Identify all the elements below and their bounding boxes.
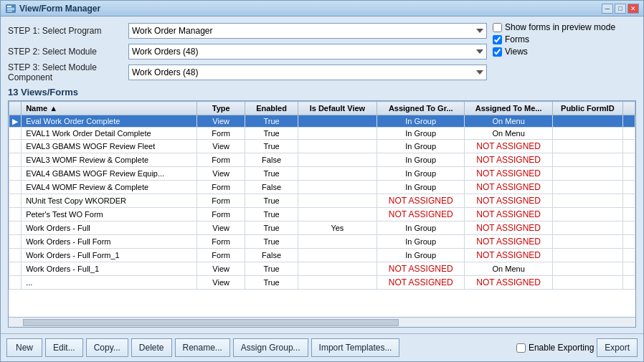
- row-form-id: [552, 262, 622, 276]
- row-default-view: [298, 115, 377, 128]
- step2-row: STEP 2: Select Module Work Orders (48): [8, 43, 487, 60]
- close-button[interactable]: ✕: [628, 4, 639, 14]
- row-form-id: [552, 235, 622, 249]
- row-enabled: True: [245, 208, 298, 222]
- step2-select[interactable]: Work Orders (48): [128, 44, 487, 59]
- main-window: View/Form Manager ─ □ ✕ STEP 1: Select P…: [0, 0, 644, 362]
- row-arrow-cell: [9, 194, 22, 208]
- step3-select[interactable]: Work Orders (48): [128, 65, 487, 80]
- content-area: STEP 1: Select Program Work Order Manage…: [1, 16, 643, 333]
- row-assigned-group: NOT ASSIGNED: [377, 262, 464, 276]
- row-spacer: [622, 235, 635, 249]
- row-name: EVAL1 Work Order Detail Complete: [22, 128, 197, 140]
- row-name: Peter's Test WO Form: [22, 208, 197, 222]
- row-assigned-group: In Group: [377, 181, 464, 194]
- row-spacer: [622, 153, 635, 167]
- bottom-toolbar: New Edit... Copy... Delete Rename... Ass…: [1, 333, 643, 361]
- row-arrow-cell: [9, 222, 22, 235]
- show-forms-preview-checkbox[interactable]: [493, 23, 502, 32]
- enable-exporting-row: Enable Exporting: [516, 343, 594, 353]
- right-options: Show forms in preview mode Forms Views: [493, 22, 636, 57]
- row-type: Form: [197, 128, 245, 140]
- col-header-type[interactable]: Type: [197, 102, 245, 115]
- show-forms-preview-label: Show forms in preview mode: [505, 22, 615, 32]
- views-label: Views: [505, 47, 528, 57]
- table-row[interactable]: ▶Eval Work Order CompleteViewTrueIn Grou…: [9, 115, 635, 128]
- table-row[interactable]: Work Orders - Full FormFormTrueIn GroupN…: [9, 235, 635, 249]
- row-form-id: [552, 249, 622, 262]
- title-bar: View/Form Manager ─ □ ✕: [1, 1, 643, 16]
- delete-button[interactable]: Delete: [131, 338, 172, 357]
- row-form-id: [552, 167, 622, 181]
- row-enabled: True: [245, 235, 298, 249]
- row-name: EVAL3 WOMF Review & Complete: [22, 153, 197, 167]
- views-checkbox[interactable]: [493, 47, 502, 57]
- row-type: Form: [197, 153, 245, 167]
- row-enabled: False: [245, 249, 298, 262]
- step1-row: STEP 1: Select Program Work Order Manage…: [8, 22, 487, 39]
- row-default-view: [298, 235, 377, 249]
- col-header-name[interactable]: Name ▲: [22, 102, 197, 115]
- row-assigned-menu: On Menu: [465, 262, 552, 276]
- table-row[interactable]: EVAL4 GBAMS WOGF Review Equip...ViewTrue…: [9, 167, 635, 181]
- row-enabled: True: [245, 140, 298, 153]
- row-assigned-group: In Group: [377, 140, 464, 153]
- table-row[interactable]: EVAL3 WOMF Review & CompleteFormFalseIn …: [9, 153, 635, 167]
- row-default-view: [298, 181, 377, 194]
- forms-checkbox-row: Forms: [493, 34, 636, 44]
- copy-button[interactable]: Copy...: [86, 338, 128, 357]
- row-assigned-group: In Group: [377, 115, 464, 128]
- row-name: Work Orders - Full: [22, 222, 197, 235]
- maximize-button[interactable]: □: [615, 4, 626, 14]
- table-row[interactable]: EVAL4 WOMF Review & CompleteFormFalseIn …: [9, 181, 635, 194]
- row-assigned-menu: NOT ASSIGNED: [465, 276, 552, 290]
- horizontal-scrollbar[interactable]: [9, 317, 635, 327]
- row-assigned-group: In Group: [377, 167, 464, 181]
- svg-rect-4: [7, 11, 12, 11]
- row-spacer: [622, 249, 635, 262]
- row-form-id: [552, 276, 622, 290]
- forms-checkbox[interactable]: [493, 35, 502, 44]
- new-button[interactable]: New: [6, 338, 42, 357]
- row-name: EVAL4 WOMF Review & Complete: [22, 181, 197, 194]
- row-assigned-group: In Group: [377, 153, 464, 167]
- table-row[interactable]: EVAL3 GBAMS WOGF Review FleetViewTrueIn …: [9, 140, 635, 153]
- col-header-group[interactable]: Assigned To Gr...: [377, 102, 464, 115]
- col-header-formid[interactable]: Public FormID: [552, 102, 622, 115]
- row-assigned-group: In Group: [377, 249, 464, 262]
- table-row[interactable]: NUnit Test Copy WKORDERFormTrueNOT ASSIG…: [9, 194, 635, 208]
- table-row[interactable]: EVAL1 Work Order Detail CompleteFormTrue…: [9, 128, 635, 140]
- window-title: View/Form Manager: [19, 4, 602, 14]
- row-default-view: [298, 194, 377, 208]
- row-type: Form: [197, 208, 245, 222]
- import-templates-button[interactable]: Import Templates...: [311, 338, 400, 357]
- row-arrow-cell: ▶: [9, 115, 22, 128]
- col-header-menu[interactable]: Assigned To Me...: [465, 102, 552, 115]
- row-enabled: True: [245, 128, 298, 140]
- row-default-view: [298, 249, 377, 262]
- row-arrow-cell: [9, 181, 22, 194]
- table-row[interactable]: Work Orders - Full_1ViewTrueNOT ASSIGNED…: [9, 262, 635, 276]
- row-enabled: True: [245, 194, 298, 208]
- table-row[interactable]: Work Orders - Full Form_1FormFalseIn Gro…: [9, 249, 635, 262]
- table-row[interactable]: ...ViewTrueNOT ASSIGNEDNOT ASSIGNED: [9, 276, 635, 290]
- col-header-default[interactable]: Is Default View: [298, 102, 377, 115]
- edit-button[interactable]: Edit...: [45, 338, 83, 357]
- row-assigned-group: In Group: [377, 128, 464, 140]
- step1-select[interactable]: Work Order Manager: [128, 23, 487, 39]
- minimize-button[interactable]: ─: [602, 4, 613, 14]
- show-forms-preview-row: Show forms in preview mode: [493, 22, 636, 32]
- enable-exporting-checkbox[interactable]: [516, 343, 526, 353]
- col-header-enabled[interactable]: Enabled: [245, 102, 298, 115]
- table-row[interactable]: Work Orders - FullViewTrueYesIn GroupNOT…: [9, 222, 635, 235]
- row-spacer: [622, 194, 635, 208]
- table-scroll[interactable]: Name ▲ Type Enabled Is Default View Assi…: [9, 101, 635, 317]
- export-button[interactable]: Export: [597, 338, 638, 357]
- row-default-view: [298, 153, 377, 167]
- row-assigned-menu: NOT ASSIGNED: [465, 249, 552, 262]
- assign-group-button[interactable]: Assign Group...: [233, 338, 308, 357]
- rename-button[interactable]: Rename...: [175, 338, 230, 357]
- table-row[interactable]: Peter's Test WO FormFormTrueNOT ASSIGNED…: [9, 208, 635, 222]
- row-spacer: [622, 128, 635, 140]
- row-enabled: True: [245, 276, 298, 290]
